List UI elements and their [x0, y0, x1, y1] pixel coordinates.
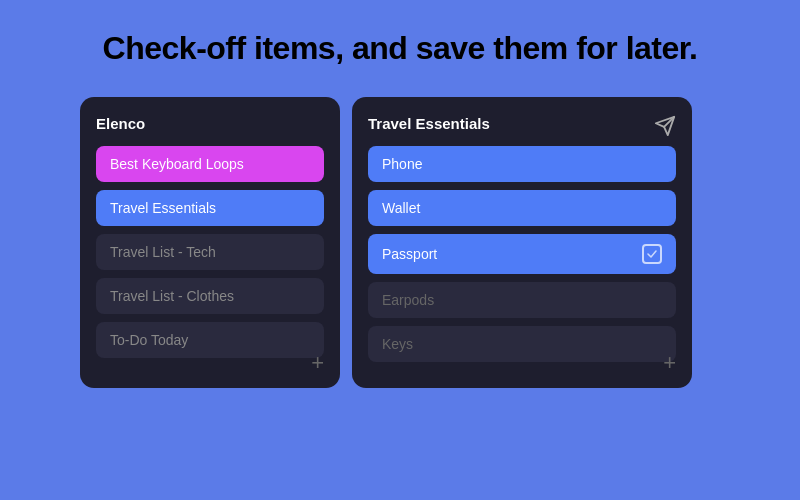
item-label: Keys	[382, 336, 413, 352]
list-item[interactable]: To-Do Today	[96, 322, 324, 358]
left-panel-title: Elenco	[96, 115, 324, 132]
list-item[interactable]: Travel List - Clothes	[96, 278, 324, 314]
left-panel: Elenco Best Keyboard Loops Travel Essent…	[80, 97, 340, 388]
list-item[interactable]: Earpods	[368, 282, 676, 318]
item-label: Earpods	[382, 292, 434, 308]
item-label: Passport	[382, 246, 437, 262]
add-item-button[interactable]: +	[311, 352, 324, 374]
item-label: Phone	[382, 156, 422, 172]
list-item[interactable]: Passport	[368, 234, 676, 274]
right-panel: Travel Essentials Phone Wallet Passport …	[352, 97, 692, 388]
right-panel-title: Travel Essentials	[368, 115, 676, 132]
list-item[interactable]: Phone	[368, 146, 676, 182]
checkbox-icon[interactable]	[642, 244, 662, 264]
list-item[interactable]: Keys	[368, 326, 676, 362]
list-item[interactable]: Travel Essentials	[96, 190, 324, 226]
list-item[interactable]: Best Keyboard Loops	[96, 146, 324, 182]
list-item[interactable]: Travel List - Tech	[96, 234, 324, 270]
panels-container: Elenco Best Keyboard Loops Travel Essent…	[80, 97, 720, 388]
add-item-button[interactable]: +	[663, 352, 676, 374]
headline: Check-off items, and save them for later…	[103, 30, 698, 67]
item-label: Wallet	[382, 200, 420, 216]
list-item[interactable]: Wallet	[368, 190, 676, 226]
send-icon[interactable]	[654, 115, 676, 141]
